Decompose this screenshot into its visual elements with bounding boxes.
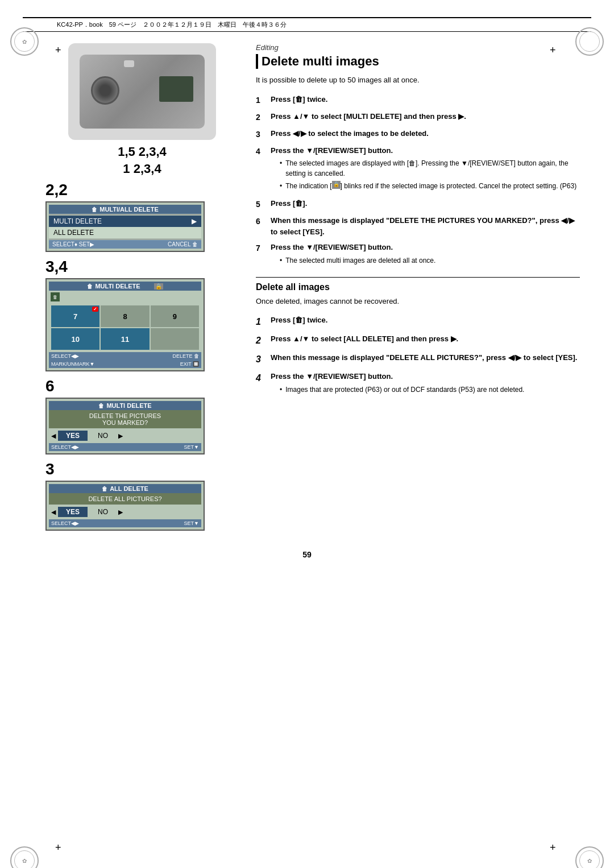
- step-label-34: 3,4: [45, 258, 239, 276]
- lcd4-bottom: SELECT◀▶ SET▼: [49, 519, 201, 527]
- corner-inner-tl: ✿: [14, 31, 35, 52]
- crosshair-br: [549, 844, 560, 855]
- step-6: 6 When this message is displayed "DELETE…: [256, 215, 580, 237]
- lcd4-yes-btn[interactable]: YES: [58, 507, 88, 517]
- step-5: 5 Press [🗑].: [256, 198, 580, 210]
- step4-bullets: The selected images are displayed with […: [280, 158, 580, 191]
- lcd2-grid: 7 ✓ 8 9 10 11: [49, 303, 201, 352]
- lcd1-multi-delete: MULTI DELETE ▶: [49, 216, 201, 227]
- camera-body: [80, 55, 205, 129]
- step-label-1-234: 1 2,3,4: [45, 162, 239, 176]
- page-number: 59: [0, 550, 614, 571]
- step-2: 2 Press ▲/▼ to select [MULTI DELETE] and…: [256, 111, 580, 123]
- page: ✿ ✿ ✿ KC42-PP．book 59 ページ ２００２年１２月１９日 木曜…: [0, 17, 614, 868]
- corner-decoration-br: ✿: [575, 846, 604, 868]
- editing-label: Editing: [256, 43, 580, 52]
- step-1: 1 Press [🗑] twice.: [256, 94, 580, 106]
- lcd1-all-delete: ALL DELETE: [49, 227, 201, 238]
- header-bar: KC42-PP．book 59 ページ ２００２年１２月１９日 木曜日 午後４時…: [23, 17, 591, 32]
- lcd2-trash-icon: 🗑: [51, 292, 60, 301]
- lcd2-cell-10: 10: [51, 328, 99, 350]
- intro-text: It is possible to delete up to 50 images…: [256, 75, 580, 86]
- lcd2-bottom2: MARK/UNMARK▼ EXIT 🔲: [49, 360, 201, 368]
- lcd3-bottom: SELECT◀▶ SET▼: [49, 443, 201, 451]
- lcd-screen-2: 🗑 MULTI DELETE 🔒 🗑 7 ✓ 8: [45, 278, 205, 371]
- all-step-2: 2 Press ▲/▼ to select [ALL DELETE] and t…: [256, 333, 580, 348]
- lcd2-cell-9: 9: [151, 305, 199, 327]
- crosshair-tl: [54, 47, 65, 58]
- lcd1-divider2: [49, 239, 201, 239]
- camera-flash: [124, 60, 134, 67]
- subsection-title-all: Delete all images: [256, 277, 580, 292]
- lcd4-no-btn[interactable]: NO: [90, 507, 116, 517]
- step-3: 3 Press ◀/▶ to select the images to be d…: [256, 128, 580, 140]
- lcd4-title: 🗑 ALL DELETE: [49, 484, 201, 493]
- lcd3-no-btn[interactable]: NO: [90, 431, 116, 441]
- main-content: 1,5 2,3,4 1 2,3,4 2,2 🗑 MULTI/ALL DELETE…: [0, 32, 614, 544]
- camera-image: [68, 43, 216, 140]
- all-step-3: 3 When this message is displayed "DELETE…: [256, 352, 580, 366]
- lcd2-cell-8: 8: [101, 305, 149, 327]
- step-4: 4 Press the ▼/[REVIEW/SET] button. The s…: [256, 145, 580, 194]
- lcd3-confirm-text: DELETE THE PICTURESYOU MARKED?: [49, 410, 201, 428]
- lcd2-cell-7: 7 ✓: [51, 305, 99, 327]
- subsection-intro: Once deleted, images cannot be recovered…: [256, 296, 580, 307]
- corner-inner-br: ✿: [579, 850, 600, 868]
- lcd-screen-3: 🗑 MULTI DELETE DELETE THE PICTURESYOU MA…: [45, 398, 205, 454]
- lcd4-yes-no: ◀ YES NO ▶: [49, 505, 201, 519]
- lcd4-confirm-text: DELETE ALL PICTURES?: [49, 493, 201, 505]
- step4-bullet-2: The indication [🔒] blinks red if the sel…: [280, 181, 580, 191]
- left-column: 1,5 2,3,4 1 2,3,4 2,2 🗑 MULTI/ALL DELETE…: [45, 43, 239, 533]
- all-delete-steps: 1 Press [🗑] twice. 2 Press ▲/▼ to select…: [256, 315, 580, 397]
- corner-inner-bl: ✿: [14, 850, 35, 868]
- all-step-1: 1 Press [🗑] twice.: [256, 315, 580, 329]
- corner-decoration-tr: [575, 27, 604, 56]
- corner-decoration-bl: ✿: [10, 846, 39, 868]
- crosshair-bl: [54, 844, 65, 855]
- lcd3-yes-btn[interactable]: YES: [58, 431, 88, 441]
- lcd1-title: 🗑 MULTI/ALL DELETE: [49, 205, 201, 214]
- right-column: Editing Delete multi images It is possib…: [256, 43, 580, 533]
- multi-delete-steps: 1 Press [🗑] twice. 2 Press ▲/▼ to select…: [256, 94, 580, 268]
- lcd1-bottom: SELECT♦ SET▶ CANCEL 🗑: [49, 240, 201, 249]
- all-step-4: 4 Press the ▼/[REVIEW/SET] button. Image…: [256, 371, 580, 397]
- step7-bullets: The selected multi images are deleted al…: [280, 255, 580, 266]
- section-title-multi: Delete multi images: [256, 54, 580, 69]
- camera-screen: [159, 76, 193, 102]
- step-label-6: 6: [45, 377, 239, 395]
- step-label-3: 3: [45, 460, 239, 478]
- lcd2-top-row: 🗑: [49, 291, 201, 303]
- lcd-screen-1: 🗑 MULTI/ALL DELETE MULTI DELETE ▶ ALL DE…: [45, 201, 205, 252]
- step7-bullet-1: The selected multi images are deleted al…: [280, 255, 580, 266]
- step-label-22: 2,2: [45, 181, 239, 199]
- corner-decoration-tl: ✿: [10, 27, 39, 56]
- lcd3-title: 🗑 MULTI DELETE: [49, 401, 201, 410]
- step4-bullet-1: The selected images are displayed with […: [280, 158, 580, 179]
- lcd2-bottom1: SELECT◀▶ DELETE 🗑: [49, 352, 201, 360]
- header-text: KC42-PP．book 59 ページ ２００２年１２月１９日 木曜日 午後４時…: [57, 20, 287, 29]
- corner-inner-tr: [579, 31, 600, 52]
- step-label-1-5: 1,5 2,3,4: [45, 144, 239, 159]
- camera-lens: [91, 76, 119, 105]
- lcd2-title: 🗑 MULTI DELETE 🔒: [49, 282, 201, 291]
- lcd3-yes-no: ◀ YES NO ▶: [49, 428, 201, 443]
- step-7: 7 Press the ▼/[REVIEW/SET] button. The s…: [256, 242, 580, 268]
- crosshair-tr: [549, 47, 560, 58]
- all-step4-bullets: Images that are protected (P63) or out o…: [280, 385, 580, 395]
- lcd1-divider1: [49, 214, 201, 215]
- all-step4-bullet-1: Images that are protected (P63) or out o…: [280, 385, 580, 395]
- lcd2-cell-empty: [151, 328, 199, 350]
- lcd2-cell-11: 11: [101, 328, 149, 350]
- lcd-screen-4: 🗑 ALL DELETE DELETE ALL PICTURES? ◀ YES …: [45, 481, 205, 531]
